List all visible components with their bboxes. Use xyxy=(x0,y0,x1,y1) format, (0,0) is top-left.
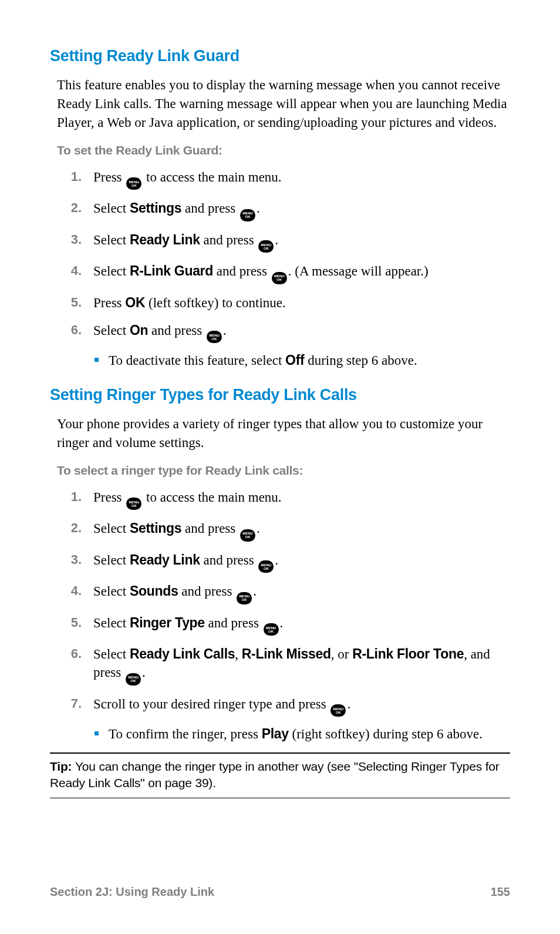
text: Press xyxy=(93,170,125,184)
step: Select Ready Link and press MENU OK. xyxy=(57,231,510,253)
text: Select xyxy=(93,553,130,567)
heading-guard: Setting Ready Link Guard xyxy=(50,47,510,65)
text: . xyxy=(142,665,146,680)
text: Select xyxy=(93,264,130,278)
menu-ok-icon: MENU OK xyxy=(272,272,287,284)
tip-text: You can change the ringer type in anothe… xyxy=(50,760,500,789)
text: Select xyxy=(93,584,130,599)
icon-label: MENU OK xyxy=(129,180,139,187)
text: and press xyxy=(200,233,258,247)
text: and press xyxy=(213,264,271,278)
menu-ok-icon: MENU OK xyxy=(207,331,222,343)
step: Select Sounds and press MENU OK. xyxy=(57,582,510,604)
text: , xyxy=(235,647,242,661)
menu-ok-icon: MENU OK xyxy=(126,177,141,190)
text: Scroll to your desired ringer type and p… xyxy=(93,697,329,711)
bold: R-Link Missed xyxy=(242,646,331,661)
bold: Ready Link xyxy=(130,232,200,247)
text: Press xyxy=(93,490,125,505)
bold: Play xyxy=(262,726,289,741)
menu-ok-icon: MENU OK xyxy=(258,560,274,573)
step: Press OK (left softkey) to continue. xyxy=(57,294,510,312)
text: (left softkey) to continue. xyxy=(145,295,286,310)
text: . xyxy=(223,323,227,338)
menu-ok-icon: MENU OK xyxy=(264,623,279,636)
sub-bullet: To confirm the ringer, press Play (right… xyxy=(93,725,510,743)
text: Select xyxy=(93,521,130,536)
text: . xyxy=(275,233,278,247)
step: Press MENU OK to access the main menu. xyxy=(57,488,510,510)
text: To deactivate this feature, select xyxy=(109,353,285,368)
menu-ok-icon: MENU OK xyxy=(258,240,274,253)
text: and press xyxy=(148,323,205,338)
bold: Ringer Type xyxy=(130,615,205,630)
icon-label: MENU OK xyxy=(242,211,253,219)
intro-ringer: Your phone provides a variety of ringer … xyxy=(57,415,510,452)
sub-bullet: To deactivate this feature, select Off d… xyxy=(93,351,510,369)
text: . xyxy=(257,521,260,536)
icon-label: MENU OK xyxy=(274,274,285,281)
step: Select On and press MENU OK. To deactiva… xyxy=(57,321,510,370)
menu-ok-icon: MENU OK xyxy=(330,704,346,717)
text: Select xyxy=(93,616,130,630)
text: Select xyxy=(93,233,130,247)
text: Press xyxy=(93,295,125,310)
text: . xyxy=(275,553,278,567)
text: . xyxy=(347,697,350,711)
text: and press xyxy=(178,584,235,599)
text: Select xyxy=(93,323,130,338)
bold: On xyxy=(130,322,148,338)
heading-ringer: Setting Ringer Types for Ready Link Call… xyxy=(50,386,510,404)
steps-ringer: Press MENU OK to access the main menu. S… xyxy=(57,488,510,744)
icon-label: MENU OK xyxy=(242,532,253,539)
icon-label: MENU OK xyxy=(333,707,344,714)
tip-label: Tip: xyxy=(50,760,75,773)
text: , or xyxy=(331,647,352,661)
text: Select xyxy=(93,647,130,661)
footer-page: 155 xyxy=(491,885,510,899)
step: Select Settings and press MENU OK. xyxy=(57,199,510,221)
menu-ok-icon: MENU OK xyxy=(240,209,255,221)
text: and press xyxy=(200,553,258,567)
icon-label: MENU OK xyxy=(266,626,276,633)
bold: Sounds xyxy=(130,583,178,599)
text: and press xyxy=(181,521,239,536)
bold: R-Link Guard xyxy=(130,263,213,278)
bold: R-Link Floor Tone xyxy=(352,646,464,661)
menu-ok-icon: MENU OK xyxy=(126,673,141,686)
menu-ok-icon: MENU OK xyxy=(240,529,255,542)
icon-label: MENU OK xyxy=(261,243,272,250)
icon-label: MENU OK xyxy=(239,594,249,602)
page-content: Setting Ready Link Guard This feature en… xyxy=(0,0,560,798)
icon-label: MENU OK xyxy=(128,676,139,683)
steps-guard: Press MENU OK to access the main menu. S… xyxy=(57,168,510,370)
text: . xyxy=(253,584,257,599)
text: to access the main menu. xyxy=(143,490,281,505)
bold: OK xyxy=(125,295,145,310)
step: Select Ready Link Calls, R-Link Missed, … xyxy=(57,645,510,686)
text: Select xyxy=(93,201,130,216)
step: Select Settings and press MENU OK. xyxy=(57,519,510,542)
intro-guard: This feature enables you to display the … xyxy=(57,76,510,133)
icon-label: MENU OK xyxy=(261,563,272,570)
text: and press xyxy=(205,616,262,630)
subhead-guard: To set the Ready Link Guard: xyxy=(57,143,510,157)
menu-ok-icon: MENU OK xyxy=(126,498,141,510)
bold: Settings xyxy=(130,520,181,536)
text: and press xyxy=(181,201,239,216)
step: Press MENU OK to access the main menu. xyxy=(57,168,510,190)
footer: Section 2J: Using Ready Link 155 xyxy=(50,885,510,899)
text: to access the main menu. xyxy=(143,170,281,184)
bold: Ready Link xyxy=(130,552,200,567)
icon-label: MENU OK xyxy=(129,500,139,508)
bold: Off xyxy=(285,352,304,368)
icon-label: MENU OK xyxy=(209,334,220,341)
step: Select Ringer Type and press MENU OK. xyxy=(57,614,510,636)
bold: Ready Link Calls xyxy=(130,646,235,661)
subhead-ringer: To select a ringer type for Ready Link c… xyxy=(57,463,510,478)
bold: Settings xyxy=(130,200,181,216)
text: . (A message will appear.) xyxy=(288,264,429,278)
text: (right softkey) during step 6 above. xyxy=(289,727,483,741)
tip-box: Tip: You can change the ringer type in a… xyxy=(50,752,510,798)
text: . xyxy=(280,616,284,630)
